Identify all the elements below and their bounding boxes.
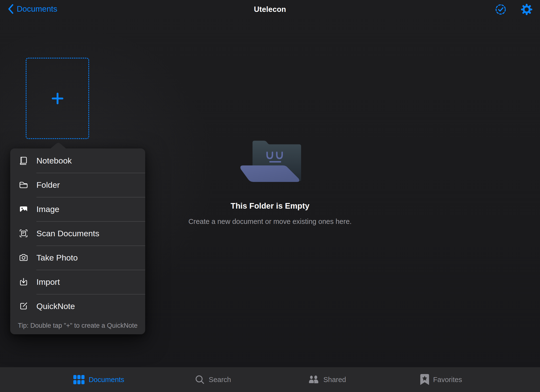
page-title: Utelecon — [0, 5, 540, 14]
camera-icon — [19, 253, 28, 262]
check-circle-dashed-icon[interactable] — [495, 4, 506, 15]
tab-label: Search — [209, 376, 231, 384]
tab-favorites[interactable]: Favorites — [384, 374, 498, 385]
empty-state-title: This Folder is Empty — [0, 201, 540, 211]
empty-folder-illustration — [239, 140, 301, 183]
tab-shared[interactable]: Shared — [270, 375, 384, 384]
empty-state-subtitle: Create a new document or move existing o… — [0, 218, 540, 226]
menu-item-notebook[interactable]: Notebook — [10, 148, 145, 173]
folder-icon — [19, 180, 28, 189]
menu-item-label: Notebook — [36, 156, 72, 165]
quicknote-tip-text: Tip: Double tap "+" to create a QuickNot… — [10, 318, 145, 334]
tab-bar: Documents Search — [0, 367, 540, 392]
plus-icon — [52, 93, 63, 104]
tab-label: Documents — [89, 376, 124, 384]
popover-arrow — [50, 142, 66, 149]
menu-item-label: Scan Documents — [36, 229, 99, 238]
menu-item-label: Take Photo — [36, 253, 78, 262]
scan-documents-icon — [19, 229, 28, 238]
top-navigation-bar: Documents Utelecon — [0, 0, 540, 19]
tab-label: Shared — [323, 376, 346, 384]
menu-item-take-photo[interactable]: Take Photo — [10, 245, 145, 270]
tab-search[interactable]: Search — [156, 375, 270, 384]
menu-item-label: Folder — [36, 180, 60, 190]
menu-item-quicknote[interactable]: QuickNote — [10, 294, 145, 318]
new-document-tile[interactable] — [26, 58, 89, 139]
new-document-popover: Notebook Folder Image — [10, 148, 145, 334]
people-icon — [308, 375, 319, 384]
quicknote-icon — [19, 302, 28, 311]
search-icon — [195, 375, 205, 384]
menu-item-label: QuickNote — [36, 302, 75, 311]
grid-icon — [73, 375, 84, 384]
notebook-icon — [19, 156, 28, 165]
tab-label: Favorites — [433, 376, 462, 384]
menu-item-folder[interactable]: Folder — [10, 173, 145, 197]
bookmark-icon — [420, 374, 429, 385]
import-icon — [19, 277, 28, 286]
menu-item-import[interactable]: Import — [10, 270, 145, 294]
gear-icon[interactable] — [521, 3, 533, 16]
menu-item-label: Import — [36, 277, 60, 287]
app-screen: Documents Utelecon — [0, 0, 540, 392]
tab-documents[interactable]: Documents — [42, 375, 156, 384]
